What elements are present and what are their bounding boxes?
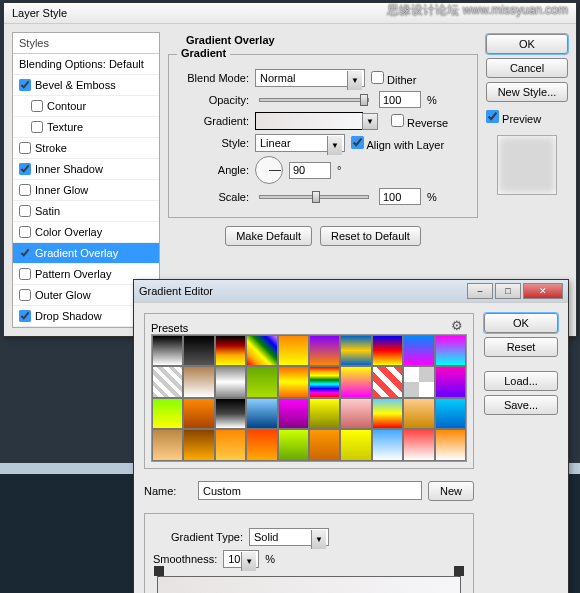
- preset-36[interactable]: [340, 429, 371, 460]
- dither-checkbox[interactable]: Dither: [371, 71, 416, 86]
- preset-39[interactable]: [435, 429, 466, 460]
- preset-11[interactable]: [183, 366, 214, 397]
- ok-button[interactable]: OK: [486, 34, 568, 54]
- gradient-editor-titlebar[interactable]: Gradient Editor – □ ✕: [134, 280, 568, 303]
- gear-icon[interactable]: [451, 318, 465, 332]
- opacity-stop-right[interactable]: [454, 566, 464, 576]
- preset-16[interactable]: [340, 366, 371, 397]
- ge-save-button[interactable]: Save...: [484, 395, 558, 415]
- preset-1[interactable]: [183, 335, 214, 366]
- preset-15[interactable]: [309, 366, 340, 397]
- ge-load-button[interactable]: Load...: [484, 371, 558, 391]
- maximize-icon[interactable]: □: [495, 283, 521, 299]
- preset-30[interactable]: [152, 429, 183, 460]
- preset-23[interactable]: [246, 398, 277, 429]
- align-checkbox[interactable]: Align with Layer: [351, 136, 444, 151]
- blending-options-item[interactable]: Blending Options: Default: [13, 54, 159, 75]
- presets-grid: [151, 334, 467, 462]
- make-default-button[interactable]: Make Default: [225, 226, 312, 246]
- percent: %: [427, 94, 437, 106]
- preset-8[interactable]: [403, 335, 434, 366]
- angle-label: Angle:: [177, 164, 249, 176]
- preset-35[interactable]: [309, 429, 340, 460]
- cancel-button[interactable]: Cancel: [486, 58, 568, 78]
- preset-33[interactable]: [246, 429, 277, 460]
- preset-18[interactable]: [403, 366, 434, 397]
- gradient-editor-dialog: Gradient Editor – □ ✕ Presets Name: New …: [133, 279, 569, 593]
- preset-9[interactable]: [435, 335, 466, 366]
- preset-13[interactable]: [246, 366, 277, 397]
- preset-4[interactable]: [278, 335, 309, 366]
- angle-input[interactable]: [289, 162, 331, 179]
- opacity-label: Opacity:: [177, 94, 249, 106]
- section-title: Gradient Overlay: [186, 34, 478, 46]
- preset-34[interactable]: [278, 429, 309, 460]
- reset-default-button[interactable]: Reset to Default: [320, 226, 421, 246]
- styles-header[interactable]: Styles: [13, 33, 159, 54]
- preset-28[interactable]: [403, 398, 434, 429]
- name-input[interactable]: [198, 481, 422, 500]
- ge-ok-button[interactable]: OK: [484, 313, 558, 333]
- preset-17[interactable]: [372, 366, 403, 397]
- preset-37[interactable]: [372, 429, 403, 460]
- style-item-satin[interactable]: Satin: [13, 201, 159, 222]
- preset-0[interactable]: [152, 335, 183, 366]
- preset-12[interactable]: [215, 366, 246, 397]
- preset-29[interactable]: [435, 398, 466, 429]
- opacity-slider[interactable]: [259, 98, 369, 102]
- opacity-input[interactable]: [379, 91, 421, 108]
- style-item-stroke[interactable]: Stroke: [13, 138, 159, 159]
- preset-20[interactable]: [152, 398, 183, 429]
- gradient-bar[interactable]: [157, 576, 461, 593]
- preset-2[interactable]: [215, 335, 246, 366]
- preset-3[interactable]: [246, 335, 277, 366]
- scale-label: Scale:: [177, 191, 249, 203]
- style-item-inner-shadow[interactable]: Inner Shadow: [13, 159, 159, 180]
- blend-mode-select[interactable]: Normal: [255, 69, 365, 87]
- preset-24[interactable]: [278, 398, 309, 429]
- minimize-icon[interactable]: –: [467, 283, 493, 299]
- style-label: Style:: [177, 137, 249, 149]
- gradient-type-select[interactable]: Solid: [249, 528, 329, 546]
- style-select[interactable]: Linear: [255, 134, 345, 152]
- style-item-inner-glow[interactable]: Inner Glow: [13, 180, 159, 201]
- gradient-label: Gradient:: [177, 115, 249, 127]
- style-item-bevel-emboss[interactable]: Bevel & Emboss: [13, 75, 159, 96]
- preset-38[interactable]: [403, 429, 434, 460]
- preset-25[interactable]: [309, 398, 340, 429]
- preset-31[interactable]: [183, 429, 214, 460]
- smoothness-input[interactable]: 100: [223, 550, 259, 568]
- close-icon[interactable]: ✕: [523, 283, 563, 299]
- percent: %: [427, 191, 437, 203]
- new-button[interactable]: New: [428, 481, 474, 501]
- preset-26[interactable]: [340, 398, 371, 429]
- opacity-stop-left[interactable]: [154, 566, 164, 576]
- preset-10[interactable]: [152, 366, 183, 397]
- style-item-gradient-overlay[interactable]: Gradient Overlay: [13, 243, 159, 264]
- scale-input[interactable]: [379, 188, 421, 205]
- blend-mode-label: Blend Mode:: [177, 72, 249, 84]
- preview-box: [497, 135, 557, 195]
- preset-7[interactable]: [372, 335, 403, 366]
- style-item-color-overlay[interactable]: Color Overlay: [13, 222, 159, 243]
- preset-19[interactable]: [435, 366, 466, 397]
- angle-dial[interactable]: [255, 156, 283, 184]
- preset-6[interactable]: [340, 335, 371, 366]
- preview-checkbox[interactable]: Preview: [486, 110, 568, 125]
- preset-22[interactable]: [215, 398, 246, 429]
- new-style-button[interactable]: New Style...: [486, 82, 568, 102]
- style-item-contour[interactable]: Contour: [13, 96, 159, 117]
- preset-32[interactable]: [215, 429, 246, 460]
- name-label: Name:: [144, 485, 192, 497]
- ge-reset-button[interactable]: Reset: [484, 337, 558, 357]
- reverse-checkbox[interactable]: Reverse: [391, 114, 448, 129]
- degree: °: [337, 164, 341, 176]
- preset-14[interactable]: [278, 366, 309, 397]
- preset-27[interactable]: [372, 398, 403, 429]
- watermark: 思缘设计论坛 www.missyuan.com: [387, 2, 568, 19]
- gradient-swatch[interactable]: [255, 112, 363, 130]
- preset-5[interactable]: [309, 335, 340, 366]
- preset-21[interactable]: [183, 398, 214, 429]
- scale-slider[interactable]: [259, 195, 369, 199]
- style-item-texture[interactable]: Texture: [13, 117, 159, 138]
